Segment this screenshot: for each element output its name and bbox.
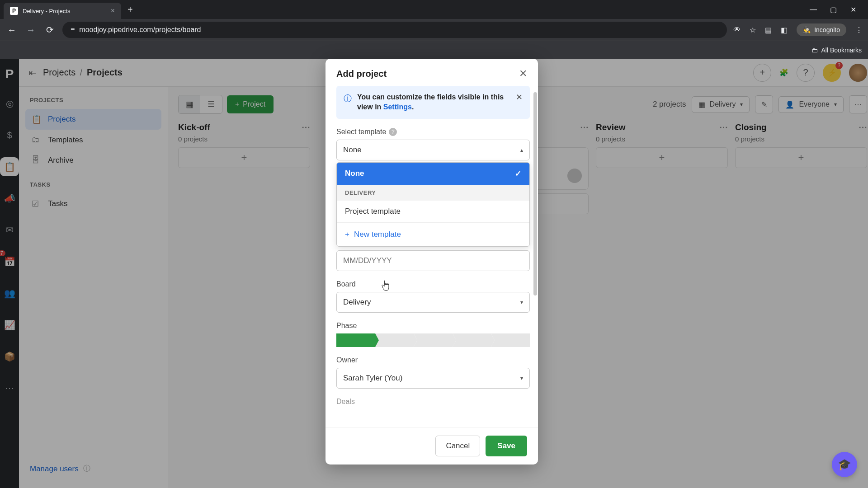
url-input[interactable]: ≡ moodjoy.pipedrive.com/projects/board <box>62 22 727 38</box>
phase-segment[interactable] <box>375 333 414 347</box>
info-icon: ⓘ <box>344 93 352 104</box>
bookmarks-bar: 🗀 All Bookmarks <box>0 41 868 59</box>
add-card-button[interactable]: + <box>735 147 867 168</box>
breadcrumb: Projects / Projects <box>43 67 123 78</box>
reload-icon[interactable]: ⟳ <box>43 24 56 35</box>
phase-segment[interactable] <box>453 333 491 347</box>
tab-bar: P Delivery - Projects × + — ▢ ✕ <box>0 0 868 19</box>
board-view-button[interactable]: ▦ <box>179 95 200 113</box>
modal-body: ⓘ You can customize the fields visible i… <box>326 86 538 427</box>
add-card-button[interactable]: + <box>596 147 728 168</box>
column-menu-icon[interactable]: ⋯ <box>719 122 728 132</box>
eye-off-icon[interactable]: 👁 <box>733 26 741 34</box>
help-button[interactable]: ? <box>797 64 815 82</box>
rail-calendar-icon[interactable]: 7📅 <box>0 252 19 271</box>
template-select[interactable]: None ▴ <box>336 140 530 160</box>
phase-segment[interactable] <box>336 333 375 347</box>
incognito-badge[interactable]: 🕵 Incognito <box>797 23 846 36</box>
rail-insights-icon[interactable]: 📈 <box>0 315 19 334</box>
modal-footer: Cancel Save <box>326 427 538 465</box>
address-bar: ← → ⟳ ≡ moodjoy.pipedrive.com/projects/b… <box>0 19 868 41</box>
chevron-down-icon: ▾ <box>520 299 523 305</box>
modal-header: Add project ✕ <box>326 59 538 86</box>
cursor <box>382 280 391 292</box>
chevron-up-icon: ▴ <box>520 147 523 153</box>
sidebar-item-archive[interactable]: 🗄 Archive <box>25 150 161 170</box>
column-closing: Closing⋯ 0 projects + <box>735 122 867 214</box>
help-fab[interactable]: 🎓 <box>832 452 857 477</box>
rail-target-icon[interactable]: ◎ <box>0 94 19 113</box>
maximize-icon[interactable]: ▢ <box>829 5 837 14</box>
site-info-icon[interactable]: ≡ <box>71 26 75 34</box>
pipedrive-logo[interactable]: P <box>5 67 14 81</box>
more-options-button[interactable]: ⋯ <box>849 95 867 113</box>
rail-contacts-icon[interactable]: 👥 <box>0 284 19 303</box>
phase-selector[interactable] <box>336 333 530 347</box>
new-template-button[interactable]: + New template <box>337 222 529 246</box>
rail-mail-icon[interactable]: ✉ <box>0 221 19 239</box>
rail-money-icon[interactable]: $ <box>0 126 19 145</box>
column-menu-icon[interactable]: ⋯ <box>580 122 589 132</box>
close-tab-icon[interactable]: × <box>111 7 115 15</box>
upgrade-badge[interactable]: ⚡ <box>823 64 841 82</box>
folder-icon: 🗀 <box>811 47 818 54</box>
sidebar-item-templates[interactable]: 🗂 Templates <box>25 130 161 150</box>
people-filter[interactable]: 👤 Everyone ▾ <box>778 96 844 113</box>
owner-select[interactable]: Sarah Tyler (You) ▾ <box>336 368 530 389</box>
dropdown-option-template[interactable]: Project template <box>337 201 529 222</box>
scrollbar[interactable] <box>533 92 537 296</box>
sidebar-item-tasks[interactable]: ☑ Tasks <box>25 193 161 214</box>
rail-campaigns-icon[interactable]: 📣 <box>0 189 19 208</box>
bookmark-star-icon[interactable]: ☆ <box>750 26 756 34</box>
settings-link[interactable]: Settings <box>383 103 412 111</box>
column-menu-icon[interactable]: ⋯ <box>859 122 867 132</box>
rail-more-icon[interactable]: ⋯ <box>0 379 19 398</box>
browser-tab[interactable]: P Delivery - Projects × <box>4 3 121 19</box>
chevron-down-icon: ▾ <box>834 101 837 108</box>
edit-button[interactable]: ✎ <box>755 95 773 113</box>
user-avatar[interactable] <box>849 64 867 82</box>
column-menu-icon[interactable]: ⋯ <box>302 122 310 132</box>
cancel-button[interactable]: Cancel <box>435 436 480 456</box>
info-icon[interactable]: ⓘ <box>83 464 90 474</box>
extension-icon[interactable]: 🧩 <box>779 68 788 77</box>
forward-icon[interactable]: → <box>24 25 37 35</box>
side-panel-icon[interactable]: ◧ <box>781 26 788 34</box>
sidebar-item-projects[interactable]: 📋 Projects <box>25 109 161 130</box>
board-icon: ▦ <box>698 100 705 109</box>
close-modal-icon[interactable]: ✕ <box>519 68 527 80</box>
column-review: Review⋯ 0 projects + <box>596 122 728 214</box>
reading-list-icon[interactable]: ▤ <box>765 26 772 34</box>
phase-segment[interactable] <box>491 333 530 347</box>
dropdown-group-label: DELIVERY <box>337 185 529 201</box>
banner-text: You can customize the fields visible in … <box>357 92 510 113</box>
favicon: P <box>10 7 18 15</box>
all-bookmarks-button[interactable]: 🗀 All Bookmarks <box>811 47 862 54</box>
add-card-button[interactable]: + <box>178 147 310 168</box>
new-tab-button[interactable]: + <box>123 5 137 15</box>
help-icon[interactable]: ? <box>389 128 397 136</box>
sidebar: PROJECTS 📋 Projects 🗂 Templates 🗄 Archiv… <box>19 87 168 488</box>
manage-users-link[interactable]: Manage users <box>30 465 79 474</box>
close-window-icon[interactable]: ✕ <box>849 5 857 14</box>
list-view-button[interactable]: ☰ <box>200 95 222 113</box>
new-project-button[interactable]: + Project <box>227 95 274 113</box>
dropdown-option-none[interactable]: None ✓ <box>337 163 529 185</box>
phase-segment[interactable] <box>414 333 453 347</box>
board-label: Board <box>336 280 530 288</box>
collapse-sidebar-icon[interactable]: ⇤ <box>29 67 37 78</box>
board-selector[interactable]: ▦ Delivery ▾ <box>692 96 750 113</box>
back-icon[interactable]: ← <box>5 25 18 35</box>
phase-label: Phase <box>336 322 530 330</box>
board-select[interactable]: Delivery ▾ <box>336 292 530 313</box>
rail-products-icon[interactable]: 📦 <box>0 347 19 366</box>
save-button[interactable]: Save <box>486 436 527 456</box>
tab-title: Delivery - Projects <box>23 8 70 14</box>
menu-icon[interactable]: ⋮ <box>855 26 863 34</box>
minimize-icon[interactable]: — <box>809 5 817 14</box>
rail-projects-icon[interactable]: 📋 <box>0 157 19 176</box>
add-button[interactable]: + <box>753 64 771 82</box>
plus-icon: + <box>235 100 239 108</box>
dismiss-banner-icon[interactable]: ✕ <box>516 92 523 102</box>
date-input[interactable] <box>336 250 530 271</box>
